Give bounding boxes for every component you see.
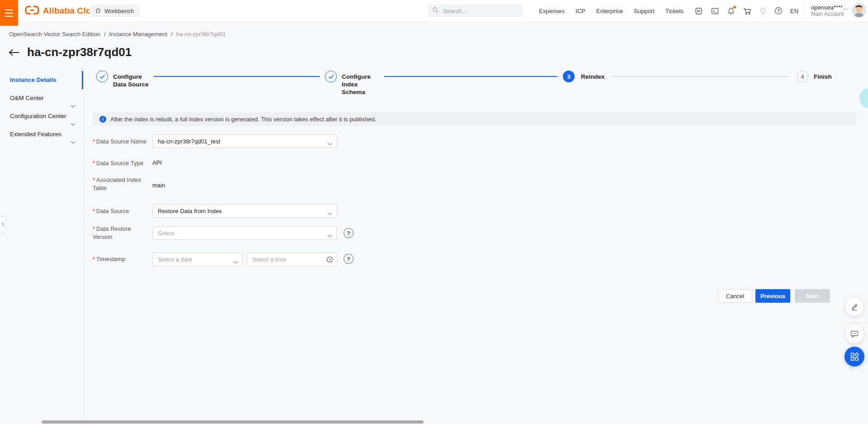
required-mark: * xyxy=(93,256,95,262)
timestamp-time-input[interactable]: Select a time xyxy=(247,252,337,266)
search-icon xyxy=(432,7,439,15)
account-menu[interactable]: opensea****... Main Account xyxy=(811,0,866,22)
breadcrumb-instance-management[interactable]: Instance Management xyxy=(109,31,167,38)
title-row: ha-cn-zpr38r7qd01 xyxy=(8,45,132,59)
chevron-down-icon xyxy=(327,210,332,217)
data-restore-version-select[interactable]: Select xyxy=(152,226,337,240)
previous-button[interactable]: Previous xyxy=(755,289,790,303)
breadcrumb: OpenSearch Vector Search Edition / Insta… xyxy=(9,31,226,38)
header-divider xyxy=(85,6,86,15)
terminal-icon[interactable] xyxy=(711,7,719,15)
timestamp-date-select[interactable]: Select a date xyxy=(152,252,243,266)
hamburger-menu-button[interactable] xyxy=(0,0,18,26)
home-icon xyxy=(95,7,101,15)
info-banner: i After the index is rebuilt, a full ind… xyxy=(93,112,857,126)
data-source-name-select[interactable]: ha-cn-zpr38r7qd01_test xyxy=(152,134,337,148)
page-title: ha-cn-zpr38r7qd01 xyxy=(27,45,132,59)
step-1-label: Configure Data Source xyxy=(113,73,149,88)
breadcrumb-separator: / xyxy=(171,31,173,38)
stepper-connector-1 xyxy=(154,76,320,77)
notifications-bell-icon[interactable] xyxy=(727,7,735,15)
breadcrumb-product[interactable]: OpenSearch Vector Search Edition xyxy=(9,31,100,38)
sidebar-item-label: Extended Features xyxy=(10,131,61,138)
avatar xyxy=(852,3,866,19)
step-3-label: Reindex xyxy=(581,73,605,81)
app-assistant-icon[interactable]: P xyxy=(694,7,703,15)
field-label-data-source-type: *Data Source Type xyxy=(93,159,147,167)
nav-support[interactable]: Support xyxy=(634,8,655,14)
info-icon: i xyxy=(99,116,106,123)
date-placeholder: Select a date xyxy=(158,256,192,263)
associated-index-table-value: main xyxy=(152,182,165,189)
data-source-name-value: ha-cn-zpr38r7qd01_test xyxy=(158,138,220,145)
data-source-select[interactable]: Restore Data from Index xyxy=(152,204,337,218)
clock-icon xyxy=(326,256,333,264)
sidebar-item-extended-features[interactable]: Extended Features xyxy=(0,125,83,143)
data-restore-version-help-icon[interactable]: ? xyxy=(344,228,354,238)
stepper-connector-3 xyxy=(611,76,789,77)
panel-expander[interactable] xyxy=(0,216,6,233)
back-arrow-button[interactable] xyxy=(8,48,20,57)
sidebar-item-label: O&M Center xyxy=(10,95,44,101)
field-label-data-source-name: *Data Source Name xyxy=(93,138,147,146)
step-2-circle-done xyxy=(325,71,337,82)
pencil-icon xyxy=(850,303,859,311)
time-placeholder: Select a time xyxy=(252,256,286,263)
svg-text:P: P xyxy=(697,9,700,14)
horizontal-scrollbar-thumb[interactable] xyxy=(42,420,424,424)
search-input[interactable] xyxy=(442,7,514,15)
breadcrumb-current: ha-cn-zpr38r7qd01 xyxy=(176,31,226,38)
sidebar-item-configuration-center[interactable]: Configuration Center xyxy=(0,107,83,125)
floating-divider xyxy=(840,322,868,323)
account-name: opensea****... xyxy=(811,4,848,11)
nav-enterprise[interactable]: Enterprise xyxy=(596,8,623,14)
chat-support-button[interactable] xyxy=(845,325,863,343)
sidebar-item-label: Configuration Center xyxy=(10,113,66,119)
nav-icp[interactable]: ICP xyxy=(576,8,585,14)
sidebar-item-om-center[interactable]: O&M Center xyxy=(0,89,83,107)
lightbulb-icon[interactable] xyxy=(760,7,767,15)
top-header: Alibaba Cloud Workbench Expenses ICP Ent… xyxy=(0,0,868,22)
step-4-circle-pending: 4 xyxy=(797,71,808,82)
language-selector[interactable]: EN xyxy=(790,8,798,14)
cart-icon[interactable] xyxy=(743,7,752,15)
chevron-down-icon xyxy=(233,258,238,265)
header-nav: Expenses ICP Enterprise Support Tickets xyxy=(539,0,684,22)
step-1-circle-done xyxy=(96,71,108,82)
data-restore-version-placeholder: Select xyxy=(158,230,174,237)
chevron-down-icon xyxy=(327,232,332,239)
help-icon[interactable]: ? xyxy=(774,7,783,15)
nav-tickets[interactable]: Tickets xyxy=(665,8,684,14)
data-source-type-value: API xyxy=(152,159,162,166)
next-button-disabled[interactable]: Next xyxy=(795,289,830,303)
account-type: Main Account xyxy=(811,11,844,18)
required-mark: * xyxy=(93,160,95,167)
step-4-label: Finish xyxy=(814,73,832,81)
field-label-timestamp: *Timestamp xyxy=(93,255,147,263)
floating-assistant-bubble[interactable] xyxy=(859,88,868,109)
sidebar-divider xyxy=(83,66,84,424)
svg-text:?: ? xyxy=(777,9,780,14)
apps-grid-icon xyxy=(850,352,859,362)
step-3-circle-active: 3 xyxy=(563,71,575,82)
workbench-button[interactable]: Workbench xyxy=(90,5,140,17)
required-mark: * xyxy=(93,176,95,183)
cancel-button[interactable]: Cancel xyxy=(718,289,752,303)
data-source-value: Restore Data from Index xyxy=(158,208,222,214)
alibaba-cloud-logo-icon xyxy=(24,5,40,17)
notification-dot xyxy=(733,6,736,9)
apps-grid-button[interactable] xyxy=(844,347,864,367)
nav-expenses[interactable]: Expenses xyxy=(539,8,565,14)
chevron-down-icon xyxy=(327,140,332,147)
breadcrumb-separator: / xyxy=(104,31,106,38)
field-label-associated-index-table: *Associated Index Table xyxy=(93,176,147,192)
step-2-label: Configure Index Schema xyxy=(342,73,371,96)
account-divider xyxy=(805,0,805,22)
chat-bubble-icon xyxy=(850,330,859,338)
required-mark: * xyxy=(93,208,95,214)
sidebar-item-instance-details[interactable]: Instance Details xyxy=(0,71,83,89)
feedback-pencil-button[interactable] xyxy=(845,298,863,316)
screen: Alibaba Cloud Workbench Expenses ICP Ent… xyxy=(0,0,868,424)
required-mark: * xyxy=(93,225,95,232)
timestamp-help-icon[interactable]: ? xyxy=(344,254,354,264)
